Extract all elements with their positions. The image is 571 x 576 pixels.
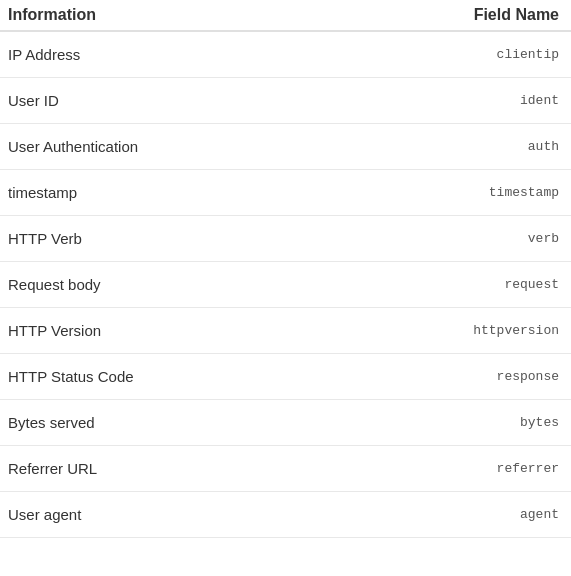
row-field-name-9: referrer bbox=[497, 461, 559, 476]
row-field-name-3: timestamp bbox=[489, 185, 559, 200]
table-row: HTTP Verbverb bbox=[0, 216, 571, 262]
table-row: timestamptimestamp bbox=[0, 170, 571, 216]
row-information-7: HTTP Status Code bbox=[8, 368, 134, 385]
row-field-name-2: auth bbox=[528, 139, 559, 154]
row-information-6: HTTP Version bbox=[8, 322, 101, 339]
header-field-name: Field Name bbox=[474, 6, 559, 24]
table-row: User Authenticationauth bbox=[0, 124, 571, 170]
table-row: Referrer URLreferrer bbox=[0, 446, 571, 492]
row-information-9: Referrer URL bbox=[8, 460, 97, 477]
row-field-name-6: httpversion bbox=[473, 323, 559, 338]
row-field-name-8: bytes bbox=[520, 415, 559, 430]
row-field-name-0: clientip bbox=[497, 47, 559, 62]
info-table: Information Field Name IP Addressclienti… bbox=[0, 0, 571, 538]
row-information-8: Bytes served bbox=[8, 414, 95, 431]
row-information-4: HTTP Verb bbox=[8, 230, 82, 247]
row-information-0: IP Address bbox=[8, 46, 80, 63]
row-information-10: User agent bbox=[8, 506, 81, 523]
table-row: User IDident bbox=[0, 78, 571, 124]
row-information-3: timestamp bbox=[8, 184, 77, 201]
table-row: IP Addressclientip bbox=[0, 32, 571, 78]
table-row: HTTP Versionhttpversion bbox=[0, 308, 571, 354]
row-field-name-4: verb bbox=[528, 231, 559, 246]
row-information-2: User Authentication bbox=[8, 138, 138, 155]
row-field-name-1: ident bbox=[520, 93, 559, 108]
table-header: Information Field Name bbox=[0, 0, 571, 32]
header-information: Information bbox=[8, 6, 96, 24]
row-information-5: Request body bbox=[8, 276, 101, 293]
row-field-name-7: response bbox=[497, 369, 559, 384]
row-field-name-10: agent bbox=[520, 507, 559, 522]
table-row: Bytes servedbytes bbox=[0, 400, 571, 446]
table-row: User agentagent bbox=[0, 492, 571, 538]
row-field-name-5: request bbox=[504, 277, 559, 292]
table-row: HTTP Status Coderesponse bbox=[0, 354, 571, 400]
table-body: IP AddressclientipUser IDidentUser Authe… bbox=[0, 32, 571, 538]
row-information-1: User ID bbox=[8, 92, 59, 109]
table-row: Request bodyrequest bbox=[0, 262, 571, 308]
